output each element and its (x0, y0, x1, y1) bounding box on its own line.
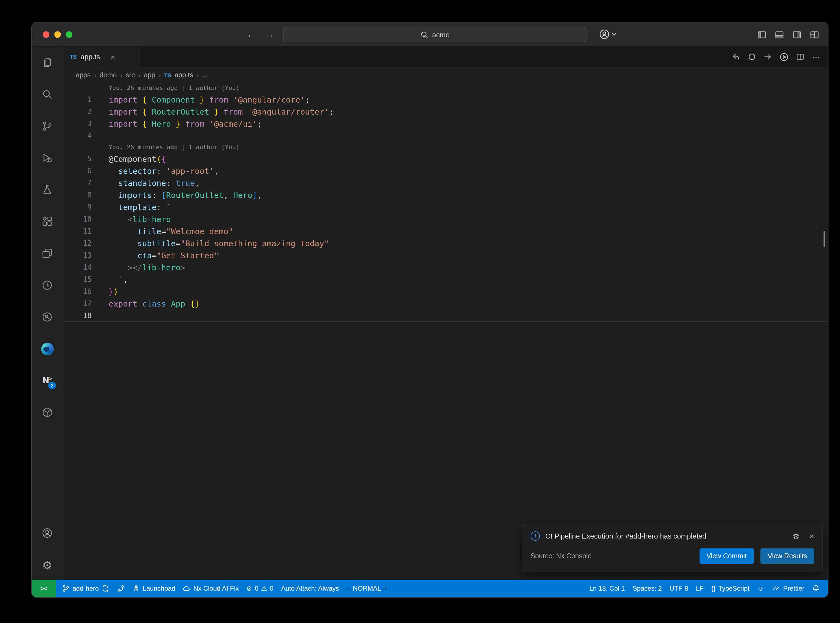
code-text: export class App {} (92, 298, 200, 310)
code-line-13[interactable]: 13 cta="Get Started" (63, 250, 828, 262)
sidebar-item-code-search[interactable] (32, 301, 63, 333)
code-line-7[interactable]: 7 standalone: true, (63, 177, 828, 189)
run-button-icon[interactable] (780, 52, 788, 61)
code-text: @Component({ (92, 153, 166, 165)
command-center-search[interactable]: acme (283, 27, 587, 42)
feedback-status[interactable]: ☺ (753, 580, 768, 597)
notification-close-icon[interactable]: × (809, 531, 814, 541)
code-text: title="Welcmoe demo" (92, 226, 233, 238)
code-text: `, (92, 274, 128, 286)
beaker-icon (41, 184, 53, 196)
cursor-position-status[interactable]: Ln 18, Col 1 (585, 580, 628, 597)
search-value: acme (432, 31, 450, 39)
sidebar-item-testing[interactable] (32, 174, 63, 206)
code-line-17[interactable]: 17export class App {} (63, 298, 828, 310)
code-line-15[interactable]: 15 `, (63, 274, 828, 286)
code-line-10[interactable]: 10 <lib-hero (63, 213, 828, 226)
breadcrumb-item-app[interactable]: app (144, 71, 155, 79)
sidebar-item-settings[interactable]: ⚙ (32, 549, 63, 581)
split-editor-icon[interactable] (796, 53, 804, 61)
sidebar-item-search[interactable] (32, 78, 63, 110)
line-number: 17 (63, 298, 92, 310)
sidebar-item-extensions[interactable] (32, 206, 63, 238)
navigate-forward-icon[interactable]: → (266, 29, 274, 41)
more-actions-icon[interactable]: ⋯ (812, 53, 820, 61)
line-number: 8 (63, 189, 92, 201)
git-branch-icon (62, 585, 70, 592)
customize-layout-icon[interactable] (810, 30, 819, 40)
nx-cloud-status[interactable]: Nx Cloud AI Fix (179, 580, 243, 597)
sidebar-item-containers[interactable] (32, 396, 63, 428)
remote-indicator[interactable]: >< (32, 580, 56, 597)
indentation-label: Spaces: 2 (633, 585, 662, 592)
tab-app-ts[interactable]: TS app.ts × (63, 47, 140, 67)
toggle-sidebar-right-icon[interactable] (792, 30, 802, 40)
prettier-label: Prettier (783, 585, 804, 592)
prettier-status[interactable]: ✓✓ Prettier (768, 580, 808, 597)
breadcrumb-item-src[interactable]: src (126, 71, 135, 79)
indentation-status[interactable]: Spaces: 2 (629, 580, 666, 597)
code-line-6[interactable]: 6 selector: 'app-root', (63, 165, 828, 177)
navigate-back-icon[interactable]: ← (247, 29, 256, 41)
sidebar-item-run-debug[interactable] (32, 142, 63, 174)
account-menu[interactable] (599, 29, 617, 40)
language-status[interactable]: {} TypeScript (707, 580, 753, 597)
eol-status[interactable]: LF (692, 580, 707, 597)
notifications-status[interactable] (808, 580, 823, 597)
blame-annotation-row[interactable]: You, 26 minutes ago | 1 author (You) (63, 142, 828, 153)
code-line-8[interactable]: 8 imports: [RouterOutlet, Hero], (63, 189, 828, 201)
sidebar-item-accounts[interactable] (32, 517, 63, 549)
line-number: 11 (63, 226, 92, 238)
vim-mode-status[interactable]: -- NORMAL -- (343, 580, 391, 597)
sidebar-item-explorer[interactable] (32, 47, 63, 78)
git-branch-status[interactable]: add-hero (58, 580, 113, 597)
view-commit-button[interactable]: View Commit (699, 548, 754, 564)
notification-settings-icon[interactable]: ⚙ (792, 532, 799, 540)
code-line-9[interactable]: 9 template: ` (63, 201, 828, 213)
sidebar-item-nx-console[interactable]: N> 2 (32, 365, 63, 396)
eol-label: LF (696, 585, 703, 592)
problems-status[interactable]: ⊘ 0 ⚠ 0 (243, 580, 277, 597)
code-line-5[interactable]: 5@Component({ (63, 153, 828, 165)
blame-annotation-row[interactable]: You, 26 minutes ago | 1 author (You) (63, 83, 828, 94)
code-line-14[interactable]: 14 ></lib-hero> (63, 262, 828, 274)
code-line-1[interactable]: 1import { Component } from '@angular/cor… (63, 94, 828, 106)
breadcrumb-item-file[interactable]: app.ts (175, 71, 193, 79)
circle-icon[interactable] (748, 53, 756, 61)
breadcrumb-item-demo[interactable]: demo (100, 71, 117, 79)
breadcrumb-more[interactable]: … (202, 71, 209, 79)
launchpad-status[interactable]: Launchpad (128, 580, 179, 597)
zoom-window-button[interactable] (66, 31, 72, 38)
editor-group: TS app.ts × ⋯ apps › demo › src (63, 47, 828, 581)
code-line-16[interactable]: 16}) (63, 286, 828, 298)
pipeline-status[interactable] (113, 580, 128, 597)
minimize-window-button[interactable] (54, 31, 61, 38)
sidebar-item-source-control[interactable] (32, 110, 63, 142)
code-line-11[interactable]: 11 title="Welcmoe demo" (63, 226, 828, 238)
code-text: import { Component } from '@angular/core… (92, 94, 310, 106)
code-line-12[interactable]: 12 subtitle="Build something amazing tod… (63, 238, 828, 250)
code-line-18[interactable]: 18 (63, 310, 828, 322)
sidebar-item-edge-browser[interactable] (32, 333, 63, 365)
code-line-2[interactable]: 2import { RouterOutlet } from '@angular/… (63, 106, 828, 118)
sidebar-item-timeline[interactable] (32, 269, 63, 301)
close-tab-icon[interactable]: × (110, 52, 115, 61)
clock-icon (41, 279, 53, 291)
close-window-button[interactable] (43, 31, 49, 38)
code-editor[interactable]: You, 26 minutes ago | 1 author (You)1imp… (63, 83, 828, 581)
toggle-sidebar-left-icon[interactable] (757, 30, 766, 40)
auto-attach-status[interactable]: Auto Attach: Always (277, 580, 343, 597)
breadcrumb-item-apps[interactable]: apps (76, 71, 91, 79)
run-forward-icon[interactable] (764, 53, 772, 61)
encoding-status[interactable]: UTF-8 (665, 580, 692, 597)
toggle-panel-bottom-icon[interactable] (775, 30, 784, 40)
sidebar-item-remote-explorer[interactable] (32, 238, 63, 269)
view-results-button[interactable]: View Results (760, 548, 814, 564)
error-icon: ⊘ (246, 585, 252, 592)
blame-annotation: You, 26 minutes ago | 1 author (You) (92, 142, 240, 153)
line-number: 14 (63, 262, 92, 274)
discard-icon[interactable] (732, 53, 740, 61)
code-line-3[interactable]: 3import { Hero } from '@acme/ui'; (63, 118, 828, 130)
breadcrumb-separator: › (94, 71, 96, 79)
code-line-4[interactable]: 4 (63, 130, 828, 142)
